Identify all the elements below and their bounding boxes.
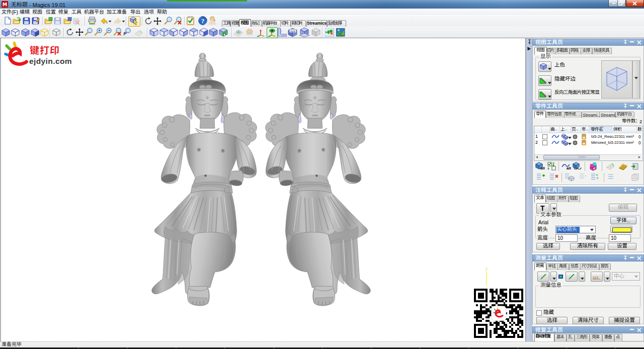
svg-text:y: y xyxy=(486,266,488,271)
svg-text:?: ? xyxy=(201,17,205,25)
svg-text:xyz: xyz xyxy=(290,30,295,33)
